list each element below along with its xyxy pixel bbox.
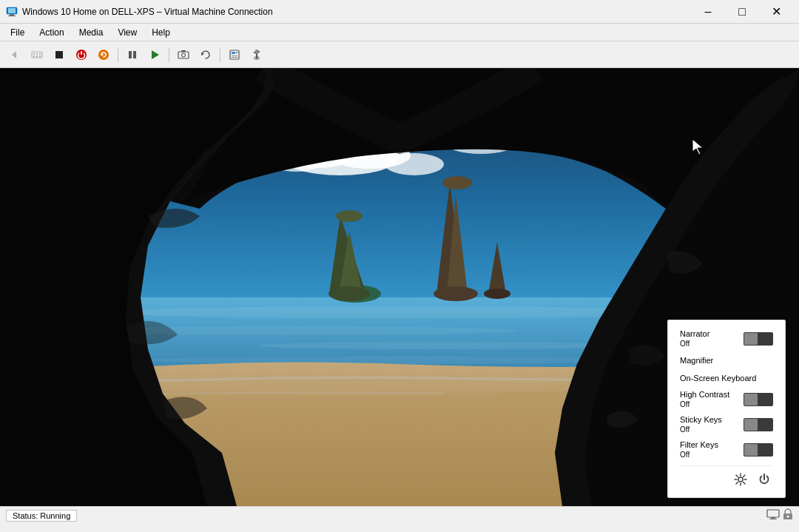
svg-rect-2 — [10, 14, 14, 16]
power-button-icon — [757, 472, 772, 487]
svg-rect-33 — [258, 51, 260, 53]
narrator-label: Narrator — [680, 329, 709, 338]
toolbar-separator-3 — [220, 47, 220, 62]
svg-marker-4 — [12, 51, 16, 58]
toolbar-stop-button[interactable] — [49, 44, 70, 65]
shutdown-icon — [75, 49, 87, 61]
magnifier-row: Magnifier — [680, 354, 773, 366]
pause-icon — [127, 50, 138, 60]
toolbar — [0, 41, 799, 68]
svg-rect-11 — [39, 55, 41, 57]
highcontrast-toggle-knob — [744, 394, 758, 405]
svg-rect-29 — [255, 50, 258, 54]
title-text: Windows 10 Home on DELL-XPS – Virtual Ma… — [22, 7, 273, 17]
accessibility-settings-icon[interactable] — [732, 471, 749, 488]
stickykeys-row: Sticky Keys Off — [680, 415, 773, 434]
svg-rect-27 — [232, 55, 237, 56]
back-icon — [9, 49, 21, 61]
monitor-status-icon — [766, 509, 780, 519]
title-bar: Windows 10 Home on DELL-XPS – Virtual Ma… — [0, 0, 799, 24]
stickykeys-label: Sticky Keys — [680, 415, 722, 424]
toolbar-shutdown-button[interactable] — [71, 44, 92, 65]
svg-rect-62 — [767, 510, 779, 517]
svg-rect-20 — [178, 52, 189, 58]
usb-icon — [251, 49, 263, 61]
title-left: Windows 10 Home on DELL-XPS – Virtual Ma… — [6, 6, 273, 18]
svg-rect-30 — [256, 54, 257, 58]
svg-rect-12 — [55, 51, 63, 58]
toolbar-play-button[interactable] — [144, 44, 165, 65]
stickykeys-state: Off — [680, 425, 690, 434]
filterkeys-group: Filter Keys Off — [680, 440, 718, 459]
menu-file[interactable]: File — [3, 24, 32, 41]
toolbar-drive-button[interactable] — [224, 44, 245, 65]
menu-bar: File Action Media View Help — [0, 24, 799, 41]
svg-point-66 — [787, 516, 789, 518]
svg-rect-26 — [236, 52, 237, 53]
svg-rect-64 — [769, 519, 777, 519]
toolbar-back-button[interactable] — [4, 44, 25, 65]
svg-point-21 — [182, 53, 186, 57]
panel-bottom — [680, 465, 773, 488]
svg-rect-17 — [129, 51, 132, 58]
lock-icon[interactable] — [783, 508, 793, 522]
accessibility-panel: Narrator Off Magnifier On-Screen Keyboar… — [667, 320, 786, 498]
title-icon — [6, 6, 18, 18]
stop-icon — [54, 50, 64, 60]
power-icon[interactable] — [755, 471, 773, 488]
stickykeys-toggle[interactable] — [744, 418, 773, 431]
narrator-row: Narrator Off — [680, 329, 773, 349]
play-icon — [149, 50, 160, 60]
stickykeys-toggle-knob — [744, 419, 758, 431]
svg-rect-6 — [33, 53, 35, 55]
svg-rect-25 — [232, 52, 235, 54]
toolbar-usb-button[interactable] — [246, 44, 267, 65]
highcontrast-toggle[interactable] — [744, 393, 773, 406]
restart-icon — [98, 49, 109, 61]
menu-media[interactable]: Media — [72, 24, 111, 41]
vm-viewport[interactable]: Narrator Off Magnifier On-Screen Keyboar… — [0, 68, 799, 506]
title-controls: – □ ✕ — [691, 0, 793, 24]
toolbar-cad-button[interactable] — [27, 44, 47, 65]
osk-row: On-Screen Keyboard — [680, 372, 773, 384]
snapshot-icon — [178, 49, 189, 61]
svg-point-61 — [738, 477, 743, 482]
settings-wheel-icon — [733, 472, 748, 487]
monitor-icon[interactable] — [766, 509, 780, 522]
highcontrast-label: High Contrast — [680, 390, 729, 399]
restore-button[interactable]: □ — [725, 0, 759, 24]
drive-icon — [229, 49, 240, 61]
status-right — [766, 508, 793, 522]
keyboard-icon — [31, 49, 43, 61]
svg-marker-19 — [152, 50, 159, 59]
svg-rect-18 — [133, 51, 136, 58]
filterkeys-row: Filter Keys Off — [680, 440, 773, 459]
toolbar-revert-button[interactable] — [195, 44, 216, 65]
narrator-toggle[interactable] — [744, 332, 773, 346]
svg-rect-1 — [8, 8, 16, 13]
narrator-state: Off — [680, 340, 690, 348]
menu-view[interactable]: View — [110, 24, 144, 41]
lock-status-icon — [783, 508, 793, 520]
svg-rect-63 — [771, 517, 775, 519]
menu-action[interactable]: Action — [32, 24, 71, 41]
toolbar-pause-button[interactable] — [122, 44, 143, 65]
stickykeys-group: Sticky Keys Off — [680, 415, 722, 434]
toolbar-snapshot-button[interactable] — [173, 44, 194, 65]
svg-rect-3 — [8, 16, 16, 16]
close-button[interactable]: ✕ — [759, 0, 793, 24]
svg-rect-22 — [181, 50, 186, 52]
filterkeys-state: Off — [680, 451, 690, 459]
menu-help[interactable]: Help — [144, 24, 178, 41]
magnifier-label[interactable]: Magnifier — [680, 354, 773, 366]
toolbar-restart-button[interactable] — [93, 44, 114, 65]
highcontrast-row: High Contrast Off — [680, 390, 773, 409]
filterkeys-toggle[interactable] — [744, 443, 773, 457]
osk-label[interactable]: On-Screen Keyboard — [680, 372, 773, 384]
minimize-button[interactable]: – — [691, 0, 725, 24]
filterkeys-toggle-knob — [744, 444, 758, 456]
highcontrast-state: Off — [680, 400, 690, 408]
toolbar-separator-2 — [169, 47, 169, 62]
svg-rect-7 — [36, 53, 38, 55]
svg-rect-10 — [36, 55, 38, 57]
